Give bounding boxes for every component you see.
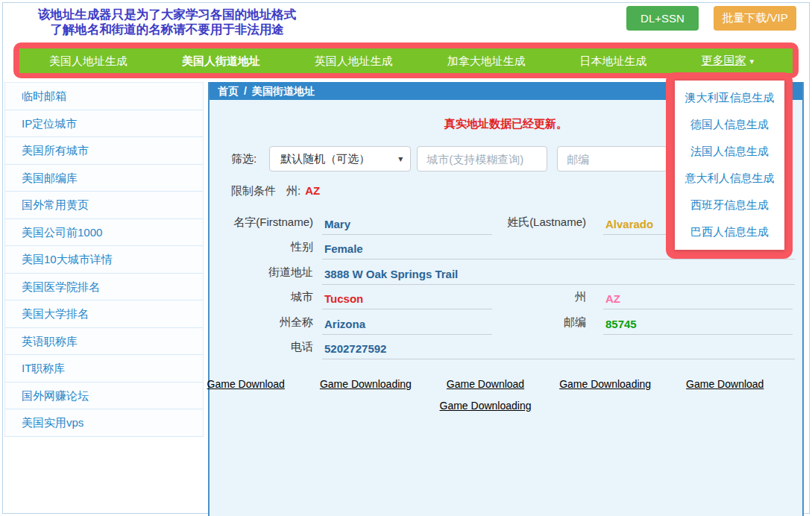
sidebar-item-it-titles[interactable]: IT职称库 bbox=[5, 355, 203, 383]
filter-select-value: 默认随机（可选） bbox=[280, 152, 370, 166]
phone-value: 5202727592 bbox=[322, 342, 795, 359]
chevron-down-icon: ▾ bbox=[749, 49, 754, 74]
lastname-label: 姓氏(Lastname) bbox=[478, 215, 586, 230]
state-label: 州 bbox=[478, 290, 586, 304]
constraint-field: 州: bbox=[286, 184, 300, 197]
game-links-row-1: Game Download Game Downloading Game Down… bbox=[210, 378, 761, 390]
dropdown-item-australia[interactable]: 澳大利亚信息生成 bbox=[685, 91, 775, 105]
filter-row: 筛选: 默认随机（可选） ▾ bbox=[231, 146, 667, 172]
dropdown-item-italy[interactable]: 意大利人信息生成 bbox=[685, 172, 775, 186]
main-nav: 美国人地址生成 美国人街道地址 英国人地址生成 加拿大地址生成 日本地址生成 更… bbox=[19, 48, 793, 73]
zip-search-input[interactable] bbox=[557, 146, 667, 172]
filter-select[interactable]: 默认随机（可选） ▾ bbox=[269, 146, 411, 172]
street-label: 街道地址 bbox=[210, 265, 313, 280]
disclaimer-line-2: 了解地名和街道的名称请不要用于非法用途 bbox=[21, 22, 313, 37]
disclaimer-text: 该地址生成器只是为了大家学习各国的地址格式 了解地名和街道的名称请不要用于非法用… bbox=[21, 7, 313, 37]
constraint-value: AZ bbox=[305, 184, 320, 197]
state-full-value: Arizona bbox=[322, 318, 492, 335]
game-link[interactable]: Game Download bbox=[207, 378, 285, 390]
sidebar-item-temp-email[interactable]: 临时邮箱 bbox=[5, 83, 203, 110]
nav-item-uk-address[interactable]: 英国人地址生成 bbox=[315, 48, 393, 73]
sidebar-item-us-zip-db[interactable]: 美国邮编库 bbox=[5, 165, 203, 192]
state-value: AZ bbox=[603, 292, 793, 309]
city-label: 城市 bbox=[210, 290, 313, 304]
firstname-label: 名字(Firstname) bbox=[210, 215, 313, 230]
nav-item-us-street-address[interactable]: 美国人街道地址 bbox=[182, 48, 260, 73]
game-link[interactable]: Game Download bbox=[686, 378, 764, 390]
gender-label: 性别 bbox=[210, 240, 313, 254]
row-statefull-zip: 州全称 Arizona 邮编 85745 bbox=[210, 309, 802, 335]
game-links: Game Download Game Downloading Game Down… bbox=[210, 378, 761, 412]
row-street: 街道地址 3888 W Oak Springs Trail bbox=[210, 259, 802, 285]
row-phone: 电话 5202727592 bbox=[210, 335, 802, 360]
constraint-label: 限制条件 bbox=[231, 184, 276, 197]
dropdown-item-brazil[interactable]: 巴西人信息生成 bbox=[690, 225, 769, 239]
zip-label: 邮编 bbox=[478, 315, 586, 330]
state-full-label: 州全称 bbox=[210, 315, 313, 330]
more-countries-dropdown: 澳大利亚信息生成 德国人信息生成 法国人信息生成 意大利人信息生成 西班牙信息生… bbox=[675, 81, 784, 250]
sidebar-item-yellow-pages[interactable]: 国外常用黄页 bbox=[5, 192, 203, 219]
dropdown-item-spain[interactable]: 西班牙信息生成 bbox=[690, 198, 769, 213]
row-city-state: 城市 Tucson 州 AZ bbox=[210, 285, 802, 310]
street-value: 3888 W Oak Springs Trail bbox=[322, 268, 795, 285]
city-value: Tucson bbox=[322, 292, 492, 309]
dropdown-item-germany[interactable]: 德国人信息生成 bbox=[690, 118, 769, 132]
sidebar-item-ip-city[interactable]: IP定位城市 bbox=[5, 110, 203, 138]
dl-ssn-button[interactable]: DL+SSN bbox=[626, 6, 699, 31]
filter-label: 筛选: bbox=[231, 152, 256, 166]
sidebar-item-university-rank[interactable]: 美国大学排名 bbox=[5, 301, 203, 328]
breadcrumb-current: 美国街道地址 bbox=[252, 85, 315, 97]
breadcrumb-separator: / bbox=[244, 85, 247, 97]
nav-item-us-address[interactable]: 美国人地址生成 bbox=[49, 48, 128, 73]
city-search-input[interactable] bbox=[417, 146, 547, 172]
zip-value: 85745 bbox=[603, 318, 793, 335]
sidebar: 临时邮箱 IP定位城市 美国所有城市 美国邮编库 国外常用黄页 美国公司前100… bbox=[4, 82, 204, 437]
sidebar-item-forums[interactable]: 国外网赚论坛 bbox=[5, 383, 203, 410]
select-caret-icon: ▾ bbox=[398, 154, 403, 164]
sidebar-item-us-top10-cities[interactable]: 美国10大城市详情 bbox=[5, 246, 203, 274]
constraint-line: 限制条件州:AZ bbox=[231, 184, 320, 198]
dropdown-item-france[interactable]: 法国人信息生成 bbox=[690, 145, 769, 159]
phone-label: 电话 bbox=[210, 340, 313, 354]
sidebar-item-us-vps[interactable]: 美国实用vps bbox=[5, 409, 203, 437]
sidebar-item-us-top1000[interactable]: 美国公司前1000 bbox=[5, 219, 203, 247]
disclaimer-line-1: 该地址生成器只是为了大家学习各国的地址格式 bbox=[21, 7, 313, 22]
game-link[interactable]: Game Downloading bbox=[559, 378, 651, 390]
nav-item-more-countries[interactable]: 更多国家▾ bbox=[701, 48, 754, 74]
game-link[interactable]: Game Downloading bbox=[320, 378, 412, 390]
sidebar-item-med-school-rank[interactable]: 美国医学院排名 bbox=[5, 274, 203, 301]
nav-item-canada-address[interactable]: 加拿大地址生成 bbox=[447, 48, 526, 73]
sidebar-item-us-all-cities[interactable]: 美国所有城市 bbox=[5, 137, 203, 165]
sidebar-item-english-titles[interactable]: 英语职称库 bbox=[5, 328, 203, 356]
firstname-value: Mary bbox=[322, 218, 492, 235]
game-links-row-2: Game Downloading bbox=[210, 399, 761, 412]
breadcrumb-home[interactable]: 首页 bbox=[218, 85, 239, 97]
batch-download-vip-button[interactable]: 批量下载/VIP bbox=[714, 6, 796, 31]
nav-item-japan-address[interactable]: 日本地址生成 bbox=[580, 48, 647, 73]
game-link[interactable]: Game Downloading bbox=[440, 400, 532, 412]
game-link[interactable]: Game Download bbox=[447, 378, 524, 390]
